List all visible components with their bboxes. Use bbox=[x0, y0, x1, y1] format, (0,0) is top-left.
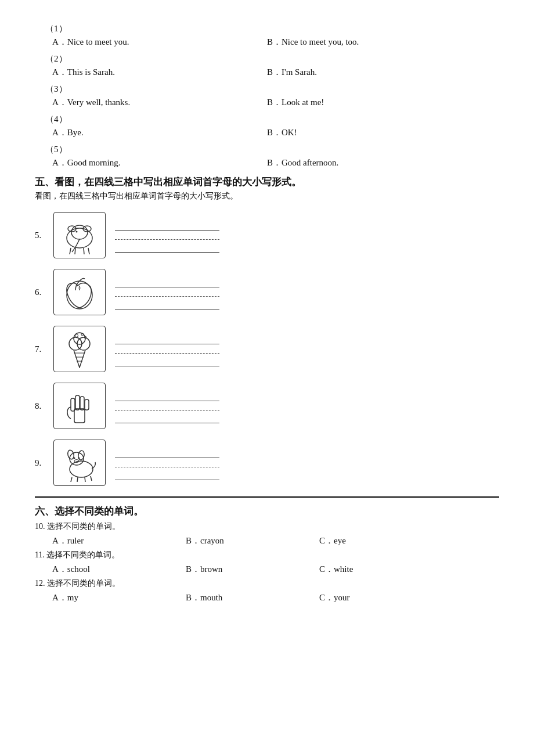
writing-item-number: 7. bbox=[35, 344, 53, 354]
svg-line-28 bbox=[71, 477, 72, 482]
svg-point-1 bbox=[71, 225, 88, 239]
image-box bbox=[53, 383, 106, 429]
svg-rect-21 bbox=[75, 395, 80, 410]
svg-point-14 bbox=[77, 337, 90, 350]
svg-point-8 bbox=[76, 231, 78, 233]
image-box bbox=[53, 326, 106, 372]
writing-item-number: 9. bbox=[35, 458, 53, 468]
option-b[interactable]: B．Look at me! bbox=[267, 97, 482, 108]
image-box bbox=[53, 212, 106, 258]
svg-line-6 bbox=[84, 248, 84, 254]
svg-rect-22 bbox=[80, 397, 84, 410]
option-b[interactable]: B．Nice to meet you, too. bbox=[267, 37, 482, 48]
svg-line-5 bbox=[75, 248, 75, 254]
svg-line-31 bbox=[91, 476, 92, 481]
svg-point-32 bbox=[74, 458, 75, 459]
option-a[interactable]: A．This is Sarah. bbox=[52, 67, 267, 78]
svg-line-7 bbox=[88, 248, 89, 254]
svg-rect-19 bbox=[74, 409, 85, 423]
option-a[interactable]: A．Bye. bbox=[52, 127, 267, 138]
vocab-option-c[interactable]: C．eye bbox=[319, 535, 453, 546]
listening-question-number: （2） bbox=[45, 53, 499, 64]
writing-item-number: 6. bbox=[35, 287, 53, 297]
writing-item: 7. bbox=[35, 326, 499, 372]
image-box bbox=[53, 440, 106, 486]
section6-title: 六、选择不同类的单词。 bbox=[35, 505, 499, 518]
writing-item-number: 8. bbox=[35, 401, 53, 411]
vocab-option-b[interactable]: B．brown bbox=[186, 564, 319, 575]
vocab-option-b[interactable]: B．crayon bbox=[186, 535, 319, 546]
svg-point-13 bbox=[69, 337, 82, 350]
image-box bbox=[53, 269, 106, 315]
listening-question-number: （4） bbox=[45, 114, 499, 125]
listening-question-number: （3） bbox=[45, 84, 499, 95]
writing-item: 5. bbox=[35, 212, 499, 258]
svg-point-33 bbox=[78, 458, 80, 459]
option-a[interactable]: A．Very well, thanks. bbox=[52, 97, 267, 108]
vocab-option-a[interactable]: A．ruler bbox=[52, 535, 186, 546]
vocab-option-a[interactable]: A．school bbox=[52, 564, 186, 575]
option-a[interactable]: A．Good morning. bbox=[52, 157, 267, 168]
vocab-question-desc: 12. 选择不同类的单词。 bbox=[35, 578, 499, 589]
vocab-question-desc: 10. 选择不同类的单词。 bbox=[35, 521, 499, 532]
writing-item: 6. bbox=[35, 269, 499, 315]
option-a[interactable]: A．Nice to meet you. bbox=[52, 37, 267, 48]
svg-line-30 bbox=[85, 477, 85, 482]
writing-lines[interactable] bbox=[115, 332, 231, 366]
writing-lines[interactable] bbox=[115, 275, 231, 309]
vocab-option-c[interactable]: C．your bbox=[319, 592, 453, 603]
vocab-question-desc: 11. 选择不同类的单词。 bbox=[35, 550, 499, 560]
svg-point-16 bbox=[75, 334, 78, 337]
vocab-option-a[interactable]: A．my bbox=[52, 592, 186, 603]
option-b[interactable]: B．I'm Sarah. bbox=[267, 67, 482, 78]
writing-item-number: 5. bbox=[35, 231, 53, 240]
section5-desc: 看图，在四线三格中写出相应单词首字母的大小写形式。 bbox=[35, 191, 499, 201]
writing-item: 9. bbox=[35, 440, 499, 486]
section5-title: 五、看图，在四线三格中写出相应单词首字母的大小写形式。 bbox=[35, 175, 499, 189]
svg-line-4 bbox=[70, 248, 71, 254]
writing-lines[interactable] bbox=[115, 218, 231, 253]
option-b[interactable]: B．Good afternoon. bbox=[267, 157, 482, 168]
vocab-option-b[interactable]: B．mouth bbox=[186, 592, 319, 603]
option-b[interactable]: B．OK! bbox=[267, 127, 482, 138]
writing-lines[interactable] bbox=[115, 445, 231, 480]
writing-item: 8. bbox=[35, 383, 499, 429]
svg-rect-23 bbox=[85, 399, 89, 410]
vocab-option-c[interactable]: C．white bbox=[319, 564, 453, 575]
svg-point-25 bbox=[70, 452, 84, 465]
listening-question-number: （5） bbox=[45, 144, 499, 155]
svg-line-29 bbox=[77, 477, 78, 482]
writing-lines[interactable] bbox=[115, 388, 231, 423]
listening-question-number: （1） bbox=[45, 23, 499, 34]
